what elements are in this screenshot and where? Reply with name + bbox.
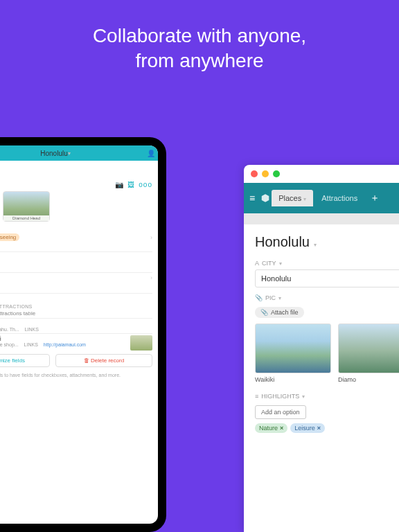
pic-field-label: 📎 PIC ▾ <box>255 294 399 301</box>
priority-label: RITY <box>0 266 152 271</box>
desktop-window: ≡ Places ▾ Attractions ＋ Honolulu ▾ A CI… <box>244 165 399 532</box>
chevron-down-icon[interactable]: ▾ <box>68 150 71 157</box>
hero-line2: from anywhere <box>0 48 399 73</box>
international-field[interactable] <box>0 293 152 300</box>
attachment-preview <box>338 323 399 373</box>
highlight-tags: Nature × Leisure × <box>255 423 399 433</box>
linked-record[interactable]: he island of Mau'i ulu NOTES Peruse shop… <box>0 333 152 348</box>
add-option-button[interactable]: Add an option <box>255 405 306 419</box>
city-input[interactable] <box>255 269 399 287</box>
highlights-field-label: ≡ HIGHLIGHTS ▾ <box>255 393 399 400</box>
record-panel: Honolulu ▾ A CITY ▾ 📎 PIC ▾ 📎 Attach fil… <box>244 224 399 532</box>
priority-field[interactable]: ●› <box>0 272 152 283</box>
record-thumb <box>130 335 152 351</box>
tab-places[interactable]: Places ▾ <box>272 190 313 206</box>
city-value[interactable]: ulu <box>0 174 152 181</box>
close-icon[interactable] <box>251 170 258 177</box>
add-tab-icon[interactable]: ＋ <box>370 192 380 204</box>
chevron-right-icon: › <box>150 274 152 281</box>
chevron-right-icon[interactable]: › <box>150 234 152 241</box>
thumbnail-row: aikiki Beach Diamond Head <box>0 191 152 222</box>
image-attachments: Waikiki Diamo <box>255 323 399 383</box>
tablet-frame: Honolulu ▾ 👤 E ulu 📷 🖼 ooo aikiki Beach … <box>0 137 166 532</box>
linked-record[interactable]: i Palace ulu NOTES On Oahu. Th... LINKS <box>0 318 152 333</box>
tablet-screen: Honolulu ▾ 👤 E ulu 📷 🖼 ooo aikiki Beach … <box>0 145 158 524</box>
international-label: RNATIONAL <box>0 287 152 292</box>
share-icon[interactable]: 👤 <box>147 150 155 157</box>
attachment-item[interactable]: Diamo <box>338 323 399 383</box>
minimize-icon[interactable] <box>262 170 269 177</box>
field-label: ? <box>0 245 152 250</box>
record-title[interactable]: Honolulu ▾ <box>255 234 399 250</box>
hero-line1: Collaborate with anyone, <box>0 24 399 48</box>
tag-nature[interactable]: Nature × <box>255 423 287 433</box>
attach-file-button[interactable]: 📎 Attach file <box>255 307 304 318</box>
remove-tag-icon: × <box>280 425 283 432</box>
delete-record-button[interactable]: 🗑 Delete record <box>55 354 152 367</box>
hero-headline: Collaborate with anyone, from anywhere <box>0 0 399 91</box>
window-controls <box>244 165 399 183</box>
app-menubar: ≡ Places ▾ Attractions ＋ <box>244 183 399 213</box>
device-mockups: Honolulu ▾ 👤 E ulu 📷 🖼 ooo aikiki Beach … <box>0 126 399 532</box>
field-label: E <box>0 168 152 172</box>
attachment-preview <box>255 323 331 373</box>
record-actions: ⚙ Customize fields 🗑 Delete record <box>0 354 152 367</box>
city-field-label: A CITY ▾ <box>255 260 399 267</box>
attachment-icon: 📎 <box>255 294 263 301</box>
attachment-item[interactable]: Waikiki <box>255 323 331 383</box>
thumbnail[interactable]: Diamond Head <box>3 191 50 222</box>
highlights-pills[interactable]: ature 🔥 Sightseeing › <box>0 233 152 241</box>
tablet-body: E ulu 📷 🖼 ooo aikiki Beach Diamond Head … <box>0 161 158 524</box>
pill-sightseeing[interactable]: 🔥 Sightseeing <box>0 233 19 241</box>
link-hint: to a record in the Attractions table <box>0 310 152 317</box>
pic-toolbar: 📷 🖼 ooo <box>115 181 152 188</box>
tablet-title[interactable]: Honolulu <box>40 150 67 157</box>
tablet-header: Honolulu ▾ 👤 <box>0 145 158 161</box>
attractions-label: VITIES, EVENTS, ATTRACTIONS <box>0 304 152 309</box>
paperclip-icon: 📎 <box>260 309 268 316</box>
hamburger-icon[interactable]: ≡ <box>249 193 255 204</box>
image-icon[interactable]: 🖼 <box>127 181 134 188</box>
more-icon[interactable]: ooo <box>139 181 152 188</box>
app-logo-icon <box>260 193 270 203</box>
customize-fields-button[interactable]: ⚙ Customize fields <box>0 354 50 367</box>
tag-leisure[interactable]: Leisure × <box>290 423 325 433</box>
list-icon: ≡ <box>255 393 258 400</box>
camera-icon[interactable]: 📷 <box>115 181 123 188</box>
text-icon: A <box>255 260 259 267</box>
highlights-label: LIGHTS <box>0 226 152 231</box>
toolbar-strip <box>244 213 399 224</box>
checkbox-field[interactable]: ● <box>0 251 152 262</box>
remove-tag-icon: × <box>317 425 321 432</box>
footer-hint: customize your records to have fields fo… <box>0 373 152 378</box>
tab-attractions[interactable]: Attractions <box>314 190 364 206</box>
maximize-icon[interactable] <box>273 170 280 177</box>
